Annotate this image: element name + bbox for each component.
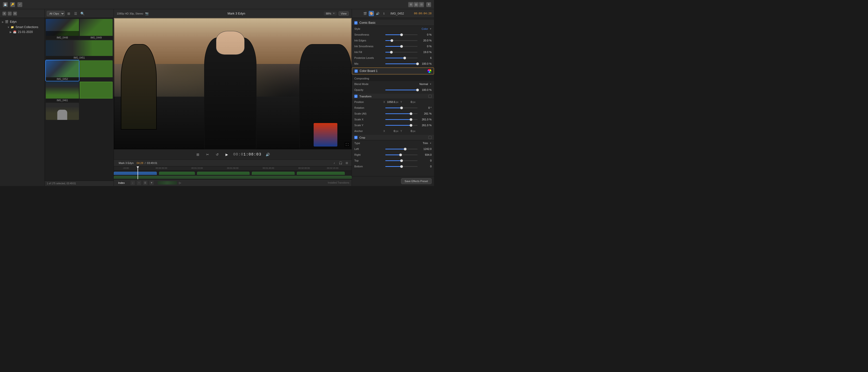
grid-view-button[interactable]: ⊞	[66, 11, 71, 16]
clip-item-img0461[interactable]: IMG_0461	[46, 82, 79, 102]
crop-left-thumb[interactable]	[404, 148, 407, 150]
comic-basic-checkbox[interactable]: ✓	[354, 21, 358, 25]
crop-type-value: Trim	[423, 142, 428, 145]
crop-checkbox[interactable]: ✓	[354, 136, 358, 139]
scale-all-thumb[interactable]	[410, 113, 412, 115]
tl-headphones-button[interactable]: 🎧	[338, 161, 343, 165]
ink-smoothness-slider[interactable]	[385, 46, 417, 47]
ink-smoothness-thumb[interactable]	[400, 45, 403, 48]
clip-thumb-img0448	[46, 19, 79, 36]
settings-icon[interactable]: ⚙	[13, 11, 17, 16]
preview-canvas[interactable]: ⛶	[114, 18, 352, 149]
rotation-thumb[interactable]	[400, 106, 403, 109]
crop-top-slider[interactable]	[385, 160, 417, 161]
tl-selection: Mark 3 Edyn 04:28 / 03:49:01	[119, 161, 157, 164]
tl-audio-button[interactable]: ♪	[332, 161, 337, 165]
crop-top-thumb[interactable]	[400, 159, 403, 162]
ink-fill-thumb[interactable]	[390, 51, 393, 54]
import-icon[interactable]: ⬇	[2, 11, 6, 16]
clips-filter-select[interactable]: All Clips	[47, 11, 65, 16]
timeline-clip-1[interactable]	[114, 172, 157, 175]
scale-y-slider[interactable]	[385, 125, 417, 126]
tl-btn-3[interactable]: ☰	[143, 181, 148, 185]
fullscreen-button[interactable]: ⛶	[344, 142, 350, 147]
blend-mode-label: Blend Mode	[354, 83, 383, 86]
sidebar-library[interactable]: ▶ 🎬 Edyn	[0, 19, 44, 25]
tl-add-button[interactable]: ▷	[179, 181, 181, 185]
mix-thumb[interactable]	[416, 62, 419, 65]
clip-item-img0451[interactable]: IMG_0451	[46, 40, 113, 60]
opacity-slider[interactable]	[385, 90, 417, 90]
posterize-thumb[interactable]	[403, 57, 406, 59]
posterize-slider[interactable]	[385, 58, 417, 58]
ink-fill-slider[interactable]	[385, 52, 417, 53]
tl-btn-1[interactable]: ↓	[130, 181, 135, 185]
transform-checkbox[interactable]: ✓	[354, 95, 358, 98]
list-view-button[interactable]: ☰	[73, 11, 78, 16]
crop-right-slider[interactable]	[385, 155, 417, 155]
info-tab[interactable]: ℹ	[381, 11, 386, 16]
effects-inspector-tab[interactable]: 🎨	[369, 11, 374, 16]
loop-button[interactable]: ↺	[214, 151, 221, 158]
smoothness-thumb[interactable]	[400, 33, 403, 36]
clip-monitor-button[interactable]: ⊞	[194, 151, 201, 158]
mix-slider[interactable]	[385, 63, 417, 64]
video-inspector-tab[interactable]: 🎬	[362, 11, 368, 16]
crop-bottom-slider[interactable]	[385, 166, 417, 167]
audio-inspector-tab[interactable]: 🔊	[375, 11, 380, 16]
check-icon[interactable]: ✓	[18, 2, 22, 7]
style-dropdown[interactable]: Color ▼	[422, 27, 432, 30]
clip-item-person[interactable]	[46, 103, 79, 120]
scale-y-thumb[interactable]	[410, 124, 412, 127]
crop-right-thumb[interactable]	[399, 154, 402, 156]
layout-icon-3[interactable]: ⊟	[419, 2, 424, 7]
timeline-clip-audio[interactable]	[114, 176, 352, 179]
play-button[interactable]: ▶	[223, 151, 230, 158]
crop-bottom-thumb[interactable]	[400, 165, 403, 168]
sidebar-item-smart-collections[interactable]: ▾ 📁 Smart Collections	[1, 25, 43, 30]
skim-button[interactable]: ✂	[204, 151, 211, 158]
save-icon[interactable]: 💾	[3, 2, 8, 7]
rotation-slider[interactable]	[385, 107, 417, 108]
timeline-clip-3[interactable]	[197, 172, 249, 175]
tl-btn-2[interactable]: ↑	[137, 181, 141, 185]
crop-left-slider[interactable]	[385, 149, 417, 149]
clip-item-solid1[interactable]	[80, 82, 113, 102]
sidebar-item-date[interactable]: ▶ 📅 21-01-2020	[1, 30, 43, 34]
tl-btn-4[interactable]: ▼	[149, 181, 154, 185]
upload-icon[interactable]: ⬆	[426, 2, 431, 7]
scale-x-thumb[interactable]	[410, 118, 412, 121]
audio-button[interactable]: 🔊	[264, 151, 271, 158]
timeline-clip-2[interactable]	[159, 172, 195, 175]
color-board-color-button[interactable]	[428, 69, 431, 73]
view-button[interactable]: View	[339, 11, 349, 16]
color-board-checkbox[interactable]: ✓	[354, 69, 358, 73]
comic-basic-header[interactable]: ✓ Comic Basic	[352, 20, 434, 26]
scale-all-slider[interactable]	[385, 113, 417, 114]
playhead[interactable]	[137, 166, 138, 179]
layout-icon-1[interactable]: ⊞	[408, 2, 413, 7]
search-button[interactable]: 🔍	[80, 11, 85, 16]
lock-icon[interactable]: 🔑	[10, 2, 15, 7]
blend-mode-dropdown[interactable]: Normal ▼	[420, 83, 432, 86]
crop-type-dropdown[interactable]: Trim ▼	[423, 142, 432, 145]
selection-info-bar: 1 of 175 selected, 03:49:01	[45, 181, 114, 186]
share-icon[interactable]: ↑	[8, 11, 11, 16]
opacity-thumb[interactable]	[416, 89, 419, 91]
smoothness-slider[interactable]	[385, 34, 417, 35]
index-tab[interactable]: Index	[116, 181, 127, 185]
layout-icon-2[interactable]: ▤	[414, 2, 418, 7]
ink-edges-slider[interactable]	[385, 40, 417, 41]
clip-item-img0449[interactable]: IMG_0449	[80, 19, 113, 39]
scale-x-slider[interactable]	[385, 119, 417, 120]
preview-zoom[interactable]: 88% ▼	[324, 11, 337, 16]
timeline-clip-5[interactable]	[297, 172, 344, 175]
clip-item-img0448[interactable]: IMG_0448	[46, 19, 79, 39]
clip-item-img0452[interactable]: IMG_0452	[46, 60, 79, 81]
color-board-header[interactable]: ✓ Color Board 1	[352, 68, 434, 74]
save-effects-preset-button[interactable]: Save Effects Preset	[401, 178, 432, 184]
timeline-clip-4[interactable]	[252, 172, 295, 175]
ink-edges-thumb[interactable]	[391, 39, 393, 42]
tl-fullscreen-button[interactable]: ⊞	[344, 161, 349, 165]
clip-item-blank1[interactable]	[80, 60, 113, 81]
